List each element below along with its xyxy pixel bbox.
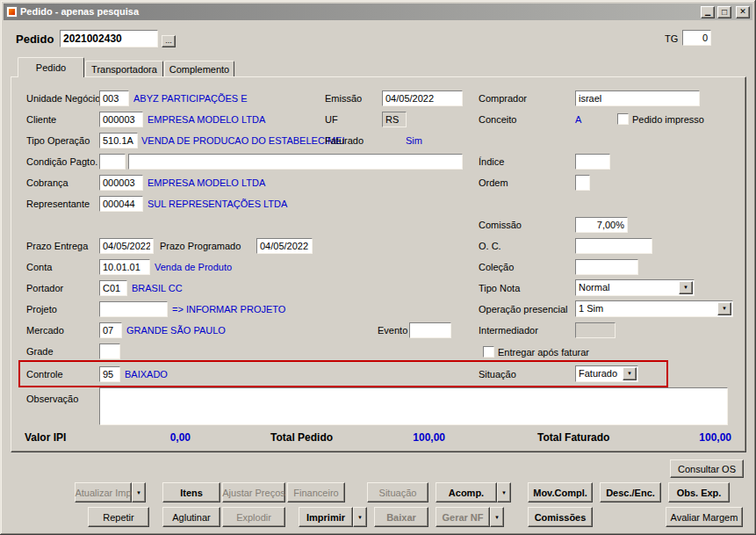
faturado-label: Faturado xyxy=(325,133,364,148)
controle-input[interactable] xyxy=(99,366,120,382)
gerar-nf-button[interactable]: Gerar NF xyxy=(436,507,490,527)
tab-transportadora[interactable]: Transportadora xyxy=(85,61,163,76)
atualizar-imp-button[interactable]: Atualizar Imp xyxy=(75,482,132,502)
prazo-entrega-input[interactable] xyxy=(99,238,154,254)
comissao-label: Comissão xyxy=(479,217,522,233)
operacao-presencial-select[interactable]: 1 Sim xyxy=(575,300,733,317)
cobranca-label: Cobrança xyxy=(26,175,68,191)
cliente-input[interactable] xyxy=(99,112,143,127)
aglutinar-button[interactable]: Aglutinar xyxy=(162,507,220,527)
total-faturado-value: 100,00 xyxy=(654,430,731,445)
prazo-programado-input[interactable] xyxy=(256,238,313,254)
obs-exp-button[interactable]: Obs. Exp. xyxy=(668,482,730,502)
portador-input[interactable] xyxy=(99,280,127,296)
conta-input[interactable] xyxy=(99,259,150,275)
atualizar-imp-dropdown-icon[interactable] xyxy=(132,482,146,502)
mov-compl-button[interactable]: Mov.Compl. xyxy=(528,482,593,502)
ordem-input[interactable] xyxy=(575,175,590,191)
observacao-textarea[interactable] xyxy=(99,387,728,425)
emissao-label: Emissão xyxy=(325,90,362,106)
explodir-button[interactable]: Explodir xyxy=(222,507,285,527)
conta-desc: Venda de Produto xyxy=(155,259,232,275)
valor-ipi-label: Valor IPI xyxy=(25,430,66,445)
desc-enc-button[interactable]: Desc./Enc. xyxy=(600,482,661,502)
comprador-label: Comprador xyxy=(479,90,527,106)
prazo-programado-label: Prazo Programado xyxy=(160,238,241,254)
tg-input[interactable] xyxy=(682,30,711,46)
avaliar-margem-button[interactable]: Avaliar Margem xyxy=(666,507,743,527)
projeto-label: Projeto xyxy=(26,301,57,317)
tipo-nota-select[interactable]: Normal xyxy=(575,279,695,296)
intermediador-input xyxy=(575,322,616,338)
comprador-input[interactable] xyxy=(575,90,700,106)
acomp-button[interactable]: Acomp. xyxy=(436,482,497,502)
conceito-label: Conceito xyxy=(479,112,516,127)
condicao-pagto-label: Condição Pagto. xyxy=(26,154,97,170)
entregar-apos-faturar-label: Entregar após faturar xyxy=(498,344,589,360)
imprimir-dropdown-icon[interactable] xyxy=(353,507,367,527)
comissao-input[interactable] xyxy=(575,217,628,233)
minimize-icon[interactable] xyxy=(701,6,715,18)
maximize-icon[interactable] xyxy=(717,6,731,18)
oc-label: O. C. xyxy=(479,238,501,254)
operacao-presencial-value: 1 Sim xyxy=(579,303,603,314)
tipo-nota-value: Normal xyxy=(579,282,609,293)
app-icon xyxy=(6,6,18,18)
emissao-input[interactable] xyxy=(382,90,463,106)
situacao-button[interactable]: Situação xyxy=(367,482,428,502)
uf-input[interactable] xyxy=(382,112,407,127)
cliente-label: Cliente xyxy=(26,112,56,127)
grade-label: Grade xyxy=(26,343,54,359)
situacao-select[interactable]: Faturado xyxy=(575,365,638,382)
financeiro-button[interactable]: Financeiro xyxy=(287,482,345,502)
tab-pedido[interactable]: Pedido xyxy=(18,57,84,77)
condicao-pagto-code-input[interactable] xyxy=(99,154,126,170)
mercado-input[interactable] xyxy=(99,322,122,338)
tab-complemento[interactable]: Complemento xyxy=(164,61,234,76)
cliente-desc: EMPRESA MODELO LTDA xyxy=(148,112,265,127)
pedido-lookup-button[interactable]: ... xyxy=(162,35,176,47)
ordem-label: Ordem xyxy=(479,175,508,191)
projeto-input[interactable] xyxy=(99,301,168,317)
consultar-os-button[interactable]: Consultar OS xyxy=(670,459,744,478)
pedido-number-input[interactable] xyxy=(60,30,158,47)
colecao-label: Coleção xyxy=(479,259,514,275)
cobranca-input[interactable] xyxy=(99,175,143,191)
unidade-negocio-input[interactable] xyxy=(99,90,129,106)
imprimir-button[interactable]: Imprimir xyxy=(299,507,353,527)
repetir-button[interactable]: Repetir xyxy=(88,507,149,527)
baixar-button[interactable]: Baixar xyxy=(374,507,428,527)
tipo-nota-dropdown-icon[interactable] xyxy=(679,281,693,294)
itens-button[interactable]: Itens xyxy=(162,482,220,502)
entregar-apos-faturar-checkbox[interactable] xyxy=(483,346,494,358)
pedido-window: Pedido - apenas pesquisa Pedido ... TG P… xyxy=(0,0,756,535)
representante-label: Representante xyxy=(26,196,90,212)
evento-label: Evento xyxy=(378,322,407,338)
total-pedido-value: 100,00 xyxy=(369,430,445,445)
operacao-presencial-label: Operação presencial xyxy=(479,301,568,317)
ajustar-precos-button[interactable]: Ajustar Preços xyxy=(222,482,285,502)
representante-desc: SUL REPRESENTAÇÕES LTDA xyxy=(148,196,287,212)
window-title: Pedido - apenas pesquisa xyxy=(20,4,698,20)
grade-input[interactable] xyxy=(99,343,120,359)
acomp-dropdown-icon[interactable] xyxy=(497,482,511,502)
close-icon[interactable] xyxy=(736,6,750,18)
portador-label: Portador xyxy=(26,280,63,296)
situacao-dropdown-icon[interactable] xyxy=(623,367,637,380)
condicao-pagto-desc-input[interactable] xyxy=(128,154,463,170)
uf-label: UF xyxy=(325,112,338,127)
projeto-desc: => INFORMAR PROJETO xyxy=(172,301,285,317)
colecao-input[interactable] xyxy=(575,259,638,275)
pedido-impresso-checkbox[interactable] xyxy=(617,113,629,125)
indice-input[interactable] xyxy=(575,154,610,170)
comissoes-button[interactable]: Comissões xyxy=(528,507,593,527)
evento-input[interactable] xyxy=(409,322,451,338)
tipo-operacao-input[interactable] xyxy=(99,133,138,148)
oc-input[interactable] xyxy=(575,238,652,254)
gerar-nf-dropdown-icon[interactable] xyxy=(490,507,504,527)
representante-input[interactable] xyxy=(99,196,143,212)
total-faturado-label: Total Faturado xyxy=(537,430,609,445)
cobranca-desc: EMPRESA MODELO LTDA xyxy=(148,175,265,191)
operacao-presencial-dropdown-icon[interactable] xyxy=(717,302,731,315)
tipo-operacao-label: Tipo Operação xyxy=(26,133,90,148)
